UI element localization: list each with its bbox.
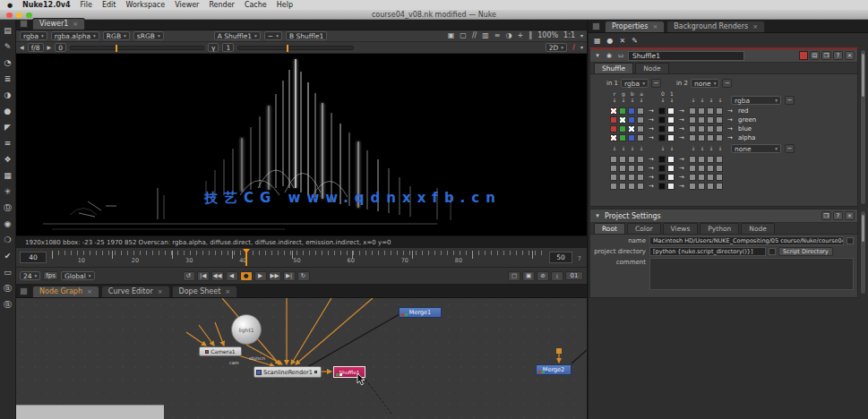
menu-edit[interactable]: Edit: [102, 1, 116, 9]
tab-close-icon[interactable]: ×: [73, 21, 78, 28]
filter-nodes-icon[interactable]: ●: [1, 103, 15, 119]
overlay-icon[interactable]: +: [518, 32, 524, 39]
tab-python[interactable]: Python: [700, 223, 739, 234]
goto-end-button[interactable]: ▶|: [283, 271, 296, 281]
fps-lock-button[interactable]: fps: [43, 271, 58, 280]
out1-remove-button[interactable]: −: [785, 96, 795, 105]
alpha-channel-dropdown[interactable]: rgba.alpha▾: [51, 31, 99, 40]
tab-root[interactable]: Root: [594, 223, 625, 234]
views-nodes-icon[interactable]: ◉: [1, 216, 15, 232]
project-directory-checkbox[interactable]: [769, 248, 776, 255]
image-nodes-icon[interactable]: ▤: [1, 22, 15, 38]
in1-remove-button[interactable]: −: [651, 79, 661, 88]
plugins-icon-a[interactable]: ⓐ: [1, 280, 15, 296]
step-forward-button[interactable]: ▶: [254, 271, 267, 281]
layer-dropdown[interactable]: rgba▾: [20, 31, 47, 40]
properties-scrollbar[interactable]: [860, 49, 866, 205]
record-icon[interactable]: ●: [607, 37, 614, 45]
clear-panels-icon[interactable]: ✕: [620, 37, 626, 45]
node-camera[interactable]: Camera1: [199, 346, 242, 356]
loop-mode-button[interactable]: ↺: [183, 271, 195, 281]
node-graph-canvas[interactable]: obj/scn cam light1 Camera1 ScanlineRende…: [16, 298, 587, 419]
display-channels-dropdown[interactable]: RGB▾: [103, 31, 130, 40]
name-checkbox[interactable]: [847, 237, 854, 244]
node-merge-top[interactable]: Merge1: [399, 307, 442, 318]
b-buffer-dropdown[interactable]: B Shuffle1: [286, 31, 327, 40]
lock-range-button[interactable]: ⊘: [537, 271, 549, 281]
node-merge-right[interactable]: Merge2: [536, 364, 572, 375]
tab-viewer1[interactable]: Viewer1 ×: [32, 18, 85, 30]
other-nodes-icon[interactable]: ▭: [1, 264, 15, 280]
caret-icon[interactable]: ▾: [580, 32, 583, 39]
gain-next-icon[interactable]: ▶: [47, 44, 52, 51]
fstop-label[interactable]: f/8: [28, 43, 44, 52]
plugins-icon-b[interactable]: ⓐ: [1, 296, 15, 312]
tab-dope-sheet[interactable]: Dope Sheet ×: [172, 286, 238, 297]
project-directory-field[interactable]: [python {nuke.script_directory()}]: [649, 247, 766, 256]
gain-slider[interactable]: [70, 46, 204, 50]
gain-value-field[interactable]: 0: [55, 43, 66, 52]
metadata-nodes-icon[interactable]: ❍: [1, 232, 15, 248]
shuffle-row-alpha[interactable]: → → →alpha: [610, 133, 755, 142]
frame-increment-field[interactable]: 01: [565, 271, 583, 280]
flipbook-button[interactable]: ⤓: [551, 271, 563, 281]
toolsets-icon[interactable]: ✔: [1, 248, 15, 264]
menu-cache[interactable]: Cache: [245, 1, 267, 9]
transform-nodes-icon[interactable]: ❖: [1, 151, 15, 167]
zoom-level[interactable]: 100%: [537, 32, 558, 39]
center-node-button[interactable]: ⊡: [810, 51, 820, 60]
roi-icon[interactable]: ∕: [572, 44, 575, 51]
fullframe-button[interactable]: ▣: [522, 271, 535, 281]
wipe-icon[interactable]: //: [472, 32, 477, 39]
shuffle2-row[interactable]: → →: [610, 182, 725, 191]
out2-dropdown[interactable]: none▾: [731, 144, 781, 153]
in2-remove-button[interactable]: −: [722, 79, 732, 88]
play-backward-fast-button[interactable]: ◀◀: [211, 271, 224, 281]
deep-nodes-icon[interactable]: Ⓓ: [1, 200, 15, 216]
color-sample-icon[interactable]: ◑: [506, 32, 512, 39]
time-nodes-icon[interactable]: ◔: [1, 55, 15, 71]
comment-textarea[interactable]: [649, 258, 854, 290]
shuffle2-row[interactable]: → →: [610, 164, 725, 173]
tab-close-icon[interactable]: ×: [752, 23, 758, 30]
close-panel-button[interactable]: ×: [845, 211, 855, 220]
particles-nodes-icon[interactable]: ✳: [1, 184, 15, 200]
tab-node[interactable]: Node: [741, 223, 775, 234]
node-light[interactable]: light1: [231, 314, 262, 345]
3d-nodes-icon[interactable]: ▦: [1, 167, 15, 184]
float-panel-button[interactable]: ❐: [821, 211, 831, 220]
shuffle-row-blue[interactable]: → → →blue: [610, 124, 752, 133]
playhead[interactable]: [245, 250, 247, 266]
compose-mode-dropdown[interactable]: −▾: [264, 31, 282, 40]
gamma-slider[interactable]: [237, 46, 354, 50]
out2-remove-button[interactable]: −: [785, 144, 795, 153]
project-settings-scrollbar[interactable]: [860, 210, 866, 295]
replay-button[interactable]: ↻: [297, 271, 310, 281]
collapse-icon[interactable]: ▾: [593, 52, 602, 59]
gamma-value-field[interactable]: 1: [222, 43, 234, 52]
channel-nodes-icon[interactable]: ≣: [1, 71, 15, 87]
gamma-toggle-icon[interactable]: ▢: [460, 32, 467, 39]
tab-node[interactable]: Node: [635, 63, 669, 73]
node-color-icon[interactable]: ◉: [605, 52, 614, 59]
collapse-icon[interactable]: ▾: [593, 212, 602, 219]
node-scanline-render[interactable]: ScanlineRender1: [254, 366, 322, 378]
gain-toggle-icon[interactable]: ▣: [448, 32, 455, 39]
range-end-field[interactable]: 50: [549, 252, 572, 263]
app-menu-title[interactable]: Nuke12.0v4: [22, 1, 70, 9]
shuffle-row-red[interactable]: → → →red: [610, 107, 748, 115]
merge-nodes-icon[interactable]: ≡: [1, 135, 15, 151]
proxy-level[interactable]: 1:1: [563, 32, 575, 39]
gamma-label[interactable]: γ: [208, 43, 219, 52]
pane-menu-icon[interactable]: [20, 287, 28, 295]
tab-color[interactable]: Color: [627, 223, 661, 234]
window-title-bar[interactable]: course04_v08.nk modified — Nuke: [0, 10, 868, 20]
float-panel-button[interactable]: ❐: [821, 51, 831, 60]
step-back-button[interactable]: ◀: [226, 271, 238, 281]
color-nodes-icon[interactable]: ◑: [1, 87, 15, 103]
fps-dropdown[interactable]: 24▾: [20, 271, 40, 280]
pane-menu-icon[interactable]: [592, 22, 600, 30]
apple-menu-icon[interactable]: ●: [7, 2, 13, 9]
script-name-field[interactable]: Macintosh HD/Users/NUKE_Compositing/05 c…: [649, 236, 844, 245]
range-mode-dropdown[interactable]: Global▾: [61, 271, 95, 280]
